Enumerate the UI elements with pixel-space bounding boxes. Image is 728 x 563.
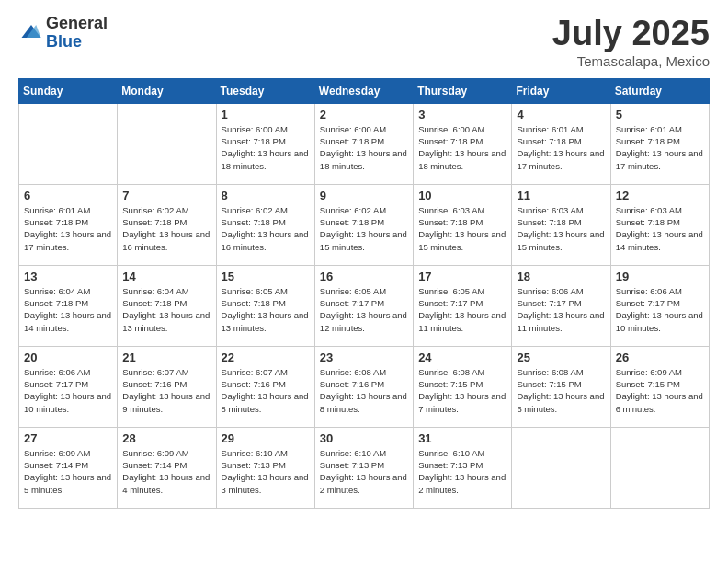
day-number-26: 26 <box>616 350 704 364</box>
day-cell-29: 29Sunrise: 6:10 AM Sunset: 7:13 PM Dayli… <box>216 427 314 508</box>
day-info-1: Sunrise: 6:00 AM Sunset: 7:18 PM Dayligh… <box>222 123 310 172</box>
day-info-4: Sunrise: 6:01 AM Sunset: 7:18 PM Dayligh… <box>517 123 605 172</box>
day-info-15: Sunrise: 6:05 AM Sunset: 7:18 PM Dayligh… <box>222 285 310 334</box>
day-number-30: 30 <box>320 431 408 445</box>
day-cell-9: 9Sunrise: 6:02 AM Sunset: 7:18 PM Daylig… <box>314 184 413 265</box>
day-info-28: Sunrise: 6:09 AM Sunset: 7:14 PM Dayligh… <box>122 447 210 496</box>
day-cell-11: 11Sunrise: 6:03 AM Sunset: 7:18 PM Dayli… <box>512 184 610 265</box>
day-cell-6: 6Sunrise: 6:01 AM Sunset: 7:18 PM Daylig… <box>19 184 118 265</box>
day-info-14: Sunrise: 6:04 AM Sunset: 7:18 PM Dayligh… <box>122 285 210 334</box>
page-header: General Blue July 2025 Temascalapa, Mexi… <box>18 15 710 69</box>
logo-icon <box>18 18 44 44</box>
day-number-31: 31 <box>418 431 506 445</box>
weekday-header-tuesday: Tuesday <box>216 78 314 103</box>
day-info-25: Sunrise: 6:08 AM Sunset: 7:15 PM Dayligh… <box>517 366 605 415</box>
day-cell-8: 8Sunrise: 6:02 AM Sunset: 7:18 PM Daylig… <box>216 184 314 265</box>
day-info-18: Sunrise: 6:06 AM Sunset: 7:17 PM Dayligh… <box>517 285 605 334</box>
empty-cell <box>610 427 709 508</box>
month-title: July 2025 <box>552 15 710 53</box>
day-number-11: 11 <box>517 189 605 202</box>
empty-cell <box>19 103 118 184</box>
day-info-16: Sunrise: 6:05 AM Sunset: 7:17 PM Dayligh… <box>320 285 408 334</box>
day-info-13: Sunrise: 6:04 AM Sunset: 7:18 PM Dayligh… <box>24 285 112 334</box>
day-cell-27: 27Sunrise: 6:09 AM Sunset: 7:14 PM Dayli… <box>19 427 118 508</box>
logo-line1: General <box>46 15 108 33</box>
day-info-21: Sunrise: 6:07 AM Sunset: 7:16 PM Dayligh… <box>122 366 210 415</box>
day-info-26: Sunrise: 6:09 AM Sunset: 7:15 PM Dayligh… <box>616 366 704 415</box>
day-cell-24: 24Sunrise: 6:08 AM Sunset: 7:15 PM Dayli… <box>414 346 512 427</box>
day-info-7: Sunrise: 6:02 AM Sunset: 7:18 PM Dayligh… <box>122 204 210 253</box>
weekday-header-thursday: Thursday <box>414 78 512 103</box>
day-number-10: 10 <box>418 189 506 202</box>
day-number-20: 20 <box>24 350 112 364</box>
weekday-header-wednesday: Wednesday <box>314 78 413 103</box>
title-block: July 2025 Temascalapa, Mexico <box>552 15 710 69</box>
day-number-5: 5 <box>616 108 704 121</box>
day-cell-23: 23Sunrise: 6:08 AM Sunset: 7:16 PM Dayli… <box>314 346 413 427</box>
day-number-14: 14 <box>122 270 210 283</box>
day-cell-2: 2Sunrise: 6:00 AM Sunset: 7:18 PM Daylig… <box>314 103 413 184</box>
empty-cell <box>512 427 610 508</box>
day-info-2: Sunrise: 6:00 AM Sunset: 7:18 PM Dayligh… <box>320 123 408 172</box>
day-number-8: 8 <box>222 189 310 202</box>
day-cell-4: 4Sunrise: 6:01 AM Sunset: 7:18 PM Daylig… <box>512 103 610 184</box>
day-number-25: 25 <box>517 350 605 364</box>
day-number-12: 12 <box>616 189 704 202</box>
day-info-31: Sunrise: 6:10 AM Sunset: 7:13 PM Dayligh… <box>418 447 506 496</box>
day-cell-1: 1Sunrise: 6:00 AM Sunset: 7:18 PM Daylig… <box>216 103 314 184</box>
day-cell-21: 21Sunrise: 6:07 AM Sunset: 7:16 PM Dayli… <box>118 346 216 427</box>
day-cell-22: 22Sunrise: 6:07 AM Sunset: 7:16 PM Dayli… <box>216 346 314 427</box>
day-info-22: Sunrise: 6:07 AM Sunset: 7:16 PM Dayligh… <box>222 366 310 415</box>
day-info-5: Sunrise: 6:01 AM Sunset: 7:18 PM Dayligh… <box>616 123 704 172</box>
day-number-23: 23 <box>320 350 408 364</box>
week-row-3: 13Sunrise: 6:04 AM Sunset: 7:18 PM Dayli… <box>19 265 710 346</box>
week-row-5: 27Sunrise: 6:09 AM Sunset: 7:14 PM Dayli… <box>19 427 710 508</box>
week-row-4: 20Sunrise: 6:06 AM Sunset: 7:17 PM Dayli… <box>19 346 710 427</box>
day-number-1: 1 <box>222 108 310 121</box>
day-info-6: Sunrise: 6:01 AM Sunset: 7:18 PM Dayligh… <box>24 204 112 253</box>
day-cell-14: 14Sunrise: 6:04 AM Sunset: 7:18 PM Dayli… <box>118 265 216 346</box>
day-number-17: 17 <box>418 270 506 283</box>
calendar-table: SundayMondayTuesdayWednesdayThursdayFrid… <box>18 78 710 509</box>
day-number-2: 2 <box>320 108 408 121</box>
day-cell-15: 15Sunrise: 6:05 AM Sunset: 7:18 PM Dayli… <box>216 265 314 346</box>
day-number-13: 13 <box>24 270 112 283</box>
day-number-27: 27 <box>24 431 112 445</box>
day-number-3: 3 <box>418 108 506 121</box>
weekday-header-monday: Monday <box>118 78 216 103</box>
day-info-27: Sunrise: 6:09 AM Sunset: 7:14 PM Dayligh… <box>24 447 112 496</box>
day-cell-5: 5Sunrise: 6:01 AM Sunset: 7:18 PM Daylig… <box>610 103 709 184</box>
day-number-4: 4 <box>517 108 605 121</box>
day-cell-28: 28Sunrise: 6:09 AM Sunset: 7:14 PM Dayli… <box>118 427 216 508</box>
day-info-23: Sunrise: 6:08 AM Sunset: 7:16 PM Dayligh… <box>320 366 408 415</box>
day-number-22: 22 <box>222 350 310 364</box>
empty-cell <box>118 103 216 184</box>
day-cell-7: 7Sunrise: 6:02 AM Sunset: 7:18 PM Daylig… <box>118 184 216 265</box>
day-info-20: Sunrise: 6:06 AM Sunset: 7:17 PM Dayligh… <box>24 366 112 415</box>
day-info-10: Sunrise: 6:03 AM Sunset: 7:18 PM Dayligh… <box>418 204 506 253</box>
day-info-3: Sunrise: 6:00 AM Sunset: 7:18 PM Dayligh… <box>418 123 506 172</box>
logo-text: General Blue <box>46 15 108 52</box>
location: Temascalapa, Mexico <box>552 53 710 69</box>
day-number-16: 16 <box>320 270 408 283</box>
day-info-12: Sunrise: 6:03 AM Sunset: 7:18 PM Dayligh… <box>616 204 704 253</box>
day-cell-3: 3Sunrise: 6:00 AM Sunset: 7:18 PM Daylig… <box>414 103 512 184</box>
day-cell-16: 16Sunrise: 6:05 AM Sunset: 7:17 PM Dayli… <box>314 265 413 346</box>
day-info-24: Sunrise: 6:08 AM Sunset: 7:15 PM Dayligh… <box>418 366 506 415</box>
day-cell-25: 25Sunrise: 6:08 AM Sunset: 7:15 PM Dayli… <box>512 346 610 427</box>
day-number-28: 28 <box>122 431 210 445</box>
day-number-29: 29 <box>222 431 310 445</box>
day-info-30: Sunrise: 6:10 AM Sunset: 7:13 PM Dayligh… <box>320 447 408 496</box>
day-number-9: 9 <box>320 189 408 202</box>
day-info-9: Sunrise: 6:02 AM Sunset: 7:18 PM Dayligh… <box>320 204 408 253</box>
day-cell-18: 18Sunrise: 6:06 AM Sunset: 7:17 PM Dayli… <box>512 265 610 346</box>
day-number-15: 15 <box>222 270 310 283</box>
day-cell-30: 30Sunrise: 6:10 AM Sunset: 7:13 PM Dayli… <box>314 427 413 508</box>
day-number-21: 21 <box>122 350 210 364</box>
weekday-header-sunday: Sunday <box>19 78 118 103</box>
week-row-1: 1Sunrise: 6:00 AM Sunset: 7:18 PM Daylig… <box>19 103 710 184</box>
day-number-19: 19 <box>616 270 704 283</box>
weekday-header-saturday: Saturday <box>610 78 709 103</box>
day-cell-10: 10Sunrise: 6:03 AM Sunset: 7:18 PM Dayli… <box>414 184 512 265</box>
week-row-2: 6Sunrise: 6:01 AM Sunset: 7:18 PM Daylig… <box>19 184 710 265</box>
